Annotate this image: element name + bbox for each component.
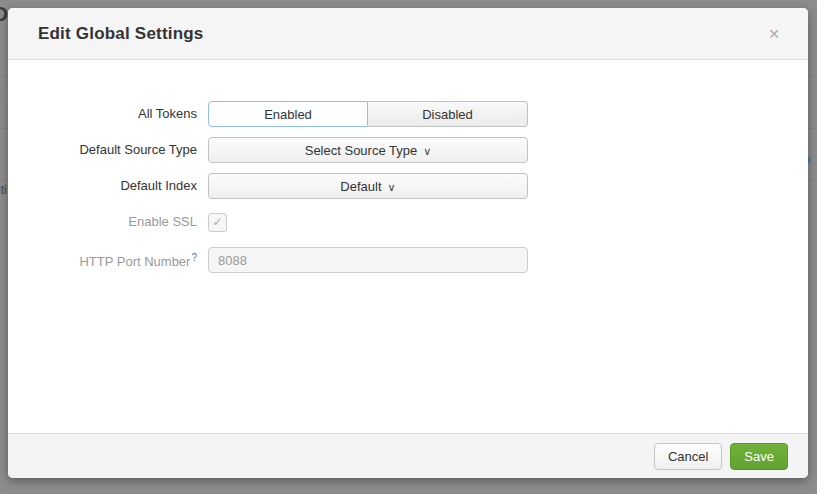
all-tokens-row: All Tokens Enabled Disabled xyxy=(8,101,808,127)
close-icon[interactable]: ✕ xyxy=(762,22,786,46)
default-source-type-dropdown[interactable]: Select Source Type ∨ xyxy=(208,137,528,163)
help-icon[interactable]: ? xyxy=(191,252,197,263)
save-button[interactable]: Save xyxy=(730,443,788,470)
edit-global-settings-modal: Edit Global Settings ✕ All Tokens Enable… xyxy=(8,8,808,478)
modal-header: Edit Global Settings ✕ xyxy=(8,8,808,60)
http-port-number-input xyxy=(208,247,528,273)
all-tokens-toggle-group: Enabled Disabled xyxy=(208,101,528,127)
default-index-value: Default xyxy=(340,179,381,194)
enable-ssl-label: Enable SSL xyxy=(8,214,197,230)
check-icon: ✓ xyxy=(212,215,222,229)
background-text-fragment: eti xyxy=(0,183,7,197)
default-index-dropdown[interactable]: Default ∨ xyxy=(208,173,528,199)
http-port-number-row: HTTP Port Number? xyxy=(8,247,808,273)
chevron-down-icon: ∨ xyxy=(423,146,431,157)
chevron-down-icon: ∨ xyxy=(388,182,396,193)
background-page-title-fragment: D xyxy=(0,2,8,26)
cancel-button[interactable]: Cancel xyxy=(654,443,722,470)
enable-ssl-checkbox: ✓ xyxy=(208,213,227,232)
modal-body: All Tokens Enabled Disabled Default Sour… xyxy=(8,60,808,433)
default-index-row: Default Index Default ∨ xyxy=(8,173,808,199)
default-source-type-row: Default Source Type Select Source Type ∨ xyxy=(8,137,808,163)
modal-title: Edit Global Settings xyxy=(38,24,762,44)
enable-ssl-row: Enable SSL ✓ xyxy=(8,209,808,235)
all-tokens-disabled-button[interactable]: Disabled xyxy=(368,101,528,127)
default-source-type-label: Default Source Type xyxy=(8,142,197,158)
http-port-number-label: HTTP Port Number? xyxy=(8,250,197,270)
default-source-type-value: Select Source Type xyxy=(305,143,418,158)
all-tokens-label: All Tokens xyxy=(8,106,197,122)
default-index-label: Default Index xyxy=(8,178,197,194)
modal-footer: Cancel Save xyxy=(8,433,808,478)
all-tokens-enabled-button[interactable]: Enabled xyxy=(208,101,368,127)
